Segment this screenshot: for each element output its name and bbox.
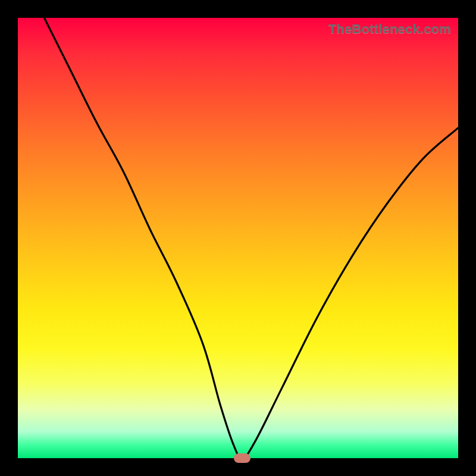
- optimal-point-marker: [234, 453, 250, 463]
- chart-frame: TheBottleneck.com: [0, 0, 476, 476]
- bottleneck-curve: [18, 18, 458, 458]
- plot-area: TheBottleneck.com: [18, 18, 458, 458]
